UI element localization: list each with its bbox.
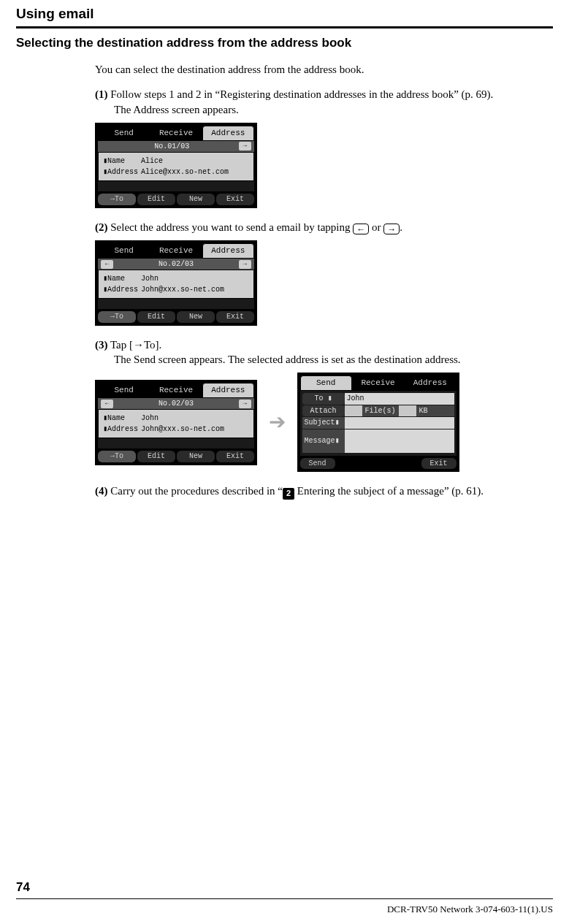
figure-address-to-send: Send Receive Address ← No.02/03 → ▮NameJ… xyxy=(95,373,553,472)
new-button[interactable]: New xyxy=(177,451,215,462)
chapter-title: Using email xyxy=(16,6,553,22)
footer-document-id: DCR-TRV50 Network 3-074-603-11(1).US xyxy=(387,904,553,915)
kb-label: KB xyxy=(416,405,454,417)
value-address: John@xxx.so-net.com xyxy=(141,425,224,433)
attach-button[interactable]: Attach xyxy=(302,405,345,417)
transition-arrow-icon: ➔ xyxy=(269,408,286,436)
record-counter: No.02/03 xyxy=(159,399,194,409)
tab-receive[interactable]: Receive xyxy=(150,243,202,259)
spacer xyxy=(101,142,105,152)
step-subtext: The Send screen appears. The selected ad… xyxy=(114,352,553,367)
label-name: ▮Name xyxy=(103,156,141,167)
tab-receive[interactable]: Receive xyxy=(150,383,202,398)
step-3: (3) Tap [→To]. The Send screen appears. … xyxy=(95,337,553,367)
tab-receive[interactable]: Receive xyxy=(352,375,404,391)
step-4: (4) Carry out the procedures described i… xyxy=(95,484,553,499)
new-button[interactable]: New xyxy=(177,194,215,205)
step-subtext: The Address screen appears. xyxy=(114,102,553,117)
step-text: Follow steps 1 and 2 in “Registering des… xyxy=(110,88,493,100)
tab-receive[interactable]: Receive xyxy=(150,126,202,141)
to-button[interactable]: →To xyxy=(98,311,136,323)
page-number: 74 xyxy=(16,880,30,895)
intro-paragraph: You can select the destination address f… xyxy=(95,62,553,77)
exit-button[interactable]: Exit xyxy=(216,194,254,205)
next-arrow-icon[interactable]: → xyxy=(239,260,251,269)
attach-count xyxy=(345,405,362,417)
prev-arrow-icon[interactable]: ← xyxy=(101,260,113,269)
new-button[interactable]: New xyxy=(177,311,215,323)
step-text: Tap [→To]. xyxy=(110,339,161,351)
to-field-value[interactable]: John xyxy=(345,393,454,405)
files-label: File(s) xyxy=(362,405,399,417)
value-address: Alice@xxx.so-net.com xyxy=(141,168,229,176)
next-arrow-icon[interactable]: → xyxy=(239,400,251,408)
label-address: ▮Address xyxy=(103,284,141,295)
exit-button[interactable]: Exit xyxy=(216,451,254,462)
text-frag: . xyxy=(400,221,402,233)
subject-label: Subject▮ xyxy=(302,417,345,429)
subject-field[interactable] xyxy=(345,417,454,429)
step-number: (4) xyxy=(95,484,108,498)
next-arrow-icon[interactable]: → xyxy=(239,142,251,150)
edit-button[interactable]: Edit xyxy=(137,451,175,462)
label-address: ▮Address xyxy=(103,424,141,435)
tab-address[interactable]: Address xyxy=(202,243,254,259)
exit-button[interactable]: Exit xyxy=(421,458,457,470)
exit-button[interactable]: Exit xyxy=(216,311,254,323)
tab-send[interactable]: Send xyxy=(98,383,150,398)
text-frag: Select the address you want to send a em… xyxy=(110,221,353,233)
step-2: (2) Select the address you want to send … xyxy=(95,220,553,235)
to-button[interactable]: →To xyxy=(98,194,136,205)
tab-address[interactable]: Address xyxy=(202,126,254,141)
step-text: Select the address you want to send a em… xyxy=(110,221,402,233)
label-name: ▮Name xyxy=(103,273,141,284)
edit-button[interactable]: Edit xyxy=(137,311,175,323)
label-name: ▮Name xyxy=(103,413,141,424)
message-field[interactable] xyxy=(345,429,454,453)
step-number: (1) xyxy=(95,87,108,102)
section-title: Selecting the destination address from t… xyxy=(16,36,553,50)
edit-button[interactable]: Edit xyxy=(137,194,175,205)
message-label: Message▮ xyxy=(302,429,345,453)
text-frag: or xyxy=(369,221,383,233)
value-name: Alice xyxy=(141,157,163,165)
step-number: (2) xyxy=(95,220,108,234)
value-address: John@xxx.so-net.com xyxy=(141,286,224,294)
footer-rule xyxy=(16,898,553,899)
tab-address[interactable]: Address xyxy=(404,375,456,391)
right-arrow-icon: → xyxy=(383,224,400,234)
attach-size xyxy=(399,405,416,417)
left-arrow-icon: ← xyxy=(353,224,369,234)
text-frag: Entering the subject of a message” (p. 6… xyxy=(294,485,484,497)
step-number: (3) xyxy=(95,337,108,352)
horizontal-rule xyxy=(16,26,553,28)
tab-address[interactable]: Address xyxy=(202,383,254,398)
prev-arrow-icon[interactable]: ← xyxy=(101,400,113,408)
figure-address-1: Send Receive Address No.01/03 → ▮NameAli… xyxy=(95,123,553,208)
record-counter: No.01/03 xyxy=(154,142,189,152)
send-button[interactable]: Send xyxy=(300,458,335,470)
tab-send[interactable]: Send xyxy=(300,375,352,391)
value-name: John xyxy=(141,275,159,283)
figure-address-2: Send Receive Address ← No.02/03 → ▮NameJ… xyxy=(95,240,553,326)
step-text: Carry out the procedures described in “2… xyxy=(110,485,484,497)
label-address: ▮Address xyxy=(103,167,141,177)
tab-send[interactable]: Send xyxy=(98,243,150,259)
badge-2-icon: 2 xyxy=(283,488,294,500)
to-field-button[interactable]: To ▮ xyxy=(302,393,345,405)
tab-send[interactable]: Send xyxy=(98,126,150,141)
record-counter: No.02/03 xyxy=(159,259,194,270)
text-frag: Carry out the procedures described in “ xyxy=(110,485,283,497)
step-1: (1) Follow steps 1 and 2 in “Registering… xyxy=(95,87,553,117)
to-button[interactable]: →To xyxy=(98,451,136,462)
value-name: John xyxy=(141,414,159,422)
